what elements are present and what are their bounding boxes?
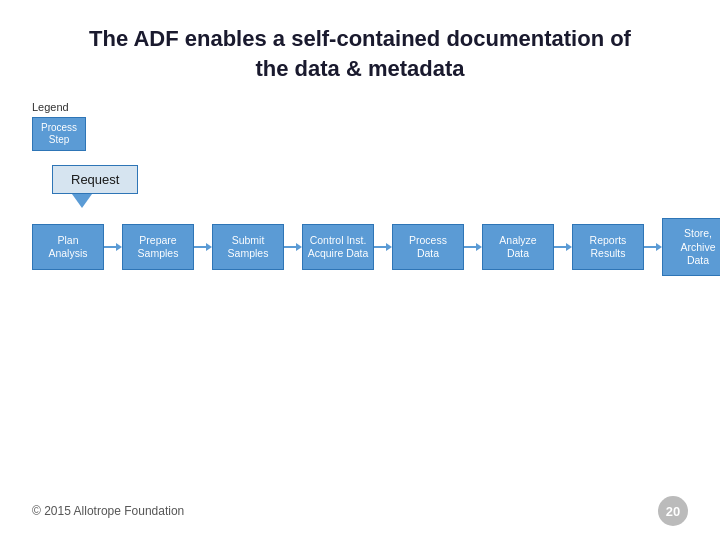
process-arrow-icon (644, 240, 662, 254)
process-step-process-data: Process Data (392, 224, 464, 270)
process-step-control-inst: Control Inst. Acquire Data (302, 224, 374, 270)
process-step-submit-samples: Submit Samples (212, 224, 284, 270)
process-step-reports-results: Reports Results (572, 224, 644, 270)
down-arrow-icon (72, 194, 92, 208)
legend-section: Legend ProcessStep (32, 101, 688, 151)
process-arrow-icon (554, 240, 572, 254)
process-step-store-archive: Store, Archive Data (662, 218, 720, 275)
legend-box: ProcessStep (32, 117, 86, 151)
title-line2: the data & metadata (255, 56, 464, 81)
legend-label: Legend (32, 101, 69, 113)
slide: The ADF enables a self-contained documen… (0, 0, 720, 540)
process-arrow-icon (284, 240, 302, 254)
process-row: Plan Analysis Prepare Samples Submit Sam… (32, 218, 688, 275)
process-step-analyze-data: Analyze Data (482, 224, 554, 270)
process-step-plan-analysis: Plan Analysis (32, 224, 104, 270)
process-step-prepare-samples: Prepare Samples (122, 224, 194, 270)
process-arrow-icon (464, 240, 482, 254)
slide-title: The ADF enables a self-contained documen… (32, 24, 688, 83)
footer: © 2015 Allotrope Foundation 20 (32, 496, 688, 526)
request-box: Request (52, 165, 138, 194)
process-arrow-icon (194, 240, 212, 254)
title-line1: The ADF enables a self-contained documen… (89, 26, 631, 51)
request-section: Request (32, 165, 688, 208)
copyright-text: © 2015 Allotrope Foundation (32, 504, 184, 518)
process-arrow-icon (104, 240, 122, 254)
page-number-badge: 20 (658, 496, 688, 526)
process-arrow-icon (374, 240, 392, 254)
